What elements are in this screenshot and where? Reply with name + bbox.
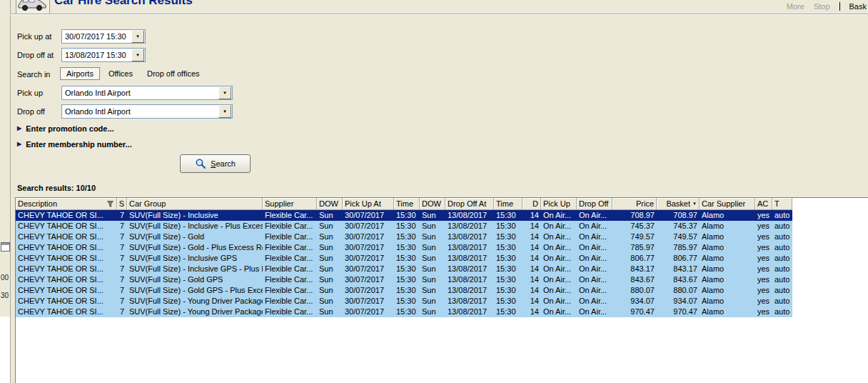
- result-row[interactable]: CHEVY TAHOE OR SI...7SUV(Full Size) - In…: [16, 210, 792, 221]
- result-cell: 15:30: [394, 210, 420, 221]
- membership-number-label: Enter membership number...: [26, 140, 132, 149]
- column-header[interactable]: Basket▼: [657, 198, 700, 210]
- column-header-label: Pick Up At: [345, 199, 381, 208]
- result-row[interactable]: CHEVY TAHOE OR SI...7SUV(Full Size) - In…: [16, 253, 792, 264]
- result-cell: 14: [523, 253, 541, 264]
- promo-expander-icon: ▶: [17, 125, 21, 132]
- dropoff-at-combobox[interactable]: 13/08/2017 15:30 ▼: [61, 48, 146, 62]
- column-header[interactable]: Time: [494, 198, 523, 210]
- result-row[interactable]: CHEVY TAHOE OR SI...7SUV(Full Size) - Yo…: [16, 296, 792, 307]
- chevron-down-icon[interactable]: ▼: [131, 30, 144, 43]
- result-cell: Sun: [317, 285, 343, 296]
- result-cell: 785.97: [657, 242, 700, 253]
- result-cell: On Air...: [541, 296, 577, 307]
- result-cell: 15:30: [394, 285, 420, 296]
- result-row[interactable]: CHEVY TAHOE OR SI...7SUV(Full Size) - Go…: [16, 274, 792, 285]
- pickup-at-value: 30/07/2017 15:30: [62, 31, 131, 43]
- result-cell: yes: [755, 232, 772, 242]
- search-button[interactable]: Search: [180, 154, 251, 173]
- column-header[interactable]: Pick Up: [541, 198, 577, 210]
- toolbar-more-button[interactable]: More: [787, 2, 804, 11]
- tab-airports[interactable]: Airports: [60, 67, 100, 80]
- pickup-location-combobox[interactable]: Orlando Intl Airport ▼: [61, 86, 233, 100]
- column-header[interactable]: Price: [612, 198, 657, 210]
- result-cell: Flexible Car...: [263, 285, 317, 296]
- column-header[interactable]: DOW: [420, 198, 445, 210]
- result-cell: 13/08/2017: [445, 264, 494, 274]
- column-header[interactable]: Drop Off At: [445, 198, 494, 210]
- result-cell: 14: [523, 307, 541, 317]
- result-cell: 749.57: [657, 232, 700, 242]
- fragment-time-label: 30: [1, 292, 9, 299]
- column-header[interactable]: S: [117, 198, 127, 210]
- column-header[interactable]: T: [772, 198, 792, 210]
- toolbar-stop-button[interactable]: Stop: [814, 2, 830, 11]
- result-cell: 15:30: [494, 264, 523, 274]
- column-header[interactable]: Supplier: [263, 198, 317, 210]
- car-icon-image: [16, 0, 48, 12]
- column-header-label: Time: [396, 199, 413, 208]
- result-cell: yes: [755, 285, 772, 296]
- result-cell: 7: [117, 221, 127, 232]
- result-cell: Sun: [420, 210, 445, 221]
- filter-icon[interactable]: [106, 200, 114, 208]
- result-row[interactable]: CHEVY TAHOE OR SI...7SUV(Full Size) - Go…: [16, 232, 792, 242]
- result-row[interactable]: CHEVY TAHOE OR SI...7SUV(Full Size) - In…: [16, 264, 792, 274]
- result-row[interactable]: CHEVY TAHOE OR SI...7SUV(Full Size) - Yo…: [16, 307, 792, 317]
- result-cell: 15:30: [394, 242, 420, 253]
- column-header[interactable]: Pick Up At: [343, 198, 394, 210]
- result-cell: On Air...: [577, 264, 612, 274]
- search-button-label: Search: [211, 159, 236, 168]
- result-cell: 13/08/2017: [445, 221, 494, 232]
- result-cell: CHEVY TAHOE OR SI...: [16, 210, 117, 221]
- tab-offices[interactable]: Offices: [103, 67, 138, 80]
- result-cell: On Air...: [577, 285, 612, 296]
- results-listview: DescriptionSCar GroupSupplierDOWPick Up …: [15, 197, 868, 383]
- result-cell: 843.17: [612, 264, 657, 274]
- result-cell: Flexible Car...: [263, 296, 317, 307]
- promotion-code-expander[interactable]: ▶ Enter promotion code...: [17, 124, 114, 133]
- header-divider: [10, 14, 868, 15]
- result-cell: CHEVY TAHOE OR SI...: [16, 307, 117, 317]
- result-row[interactable]: CHEVY TAHOE OR SI...7SUV(Full Size) - Go…: [16, 242, 792, 253]
- result-cell: 15:30: [494, 242, 523, 253]
- result-cell: yes: [755, 253, 772, 264]
- result-cell: SUV(Full Size) - Gold: [127, 232, 263, 242]
- screen: 00 30 Car Hire Search Results More Stop …: [0, 0, 868, 383]
- result-cell: Sun: [317, 210, 343, 221]
- pickup-at-combobox[interactable]: 30/07/2017 15:30 ▼: [61, 29, 146, 44]
- column-header[interactable]: AC: [755, 198, 772, 210]
- column-header[interactable]: Drop Off: [577, 198, 612, 210]
- column-header-label: Time: [496, 199, 513, 208]
- column-header[interactable]: Car Group: [127, 198, 263, 210]
- chevron-down-icon[interactable]: ▼: [218, 105, 231, 118]
- result-cell: Sun: [317, 296, 343, 307]
- column-header-label: Supplier: [265, 199, 293, 208]
- result-cell: 15:30: [494, 210, 523, 221]
- result-cell: 806.77: [657, 253, 700, 264]
- tab-drop-off-offices[interactable]: Drop off offices: [141, 67, 206, 80]
- membership-number-expander[interactable]: ▶ Enter membership number...: [17, 140, 132, 149]
- result-row[interactable]: CHEVY TAHOE OR SI...7SUV(Full Size) - Go…: [16, 285, 792, 296]
- column-header[interactable]: Time: [394, 198, 420, 210]
- column-header[interactable]: Description: [16, 198, 117, 210]
- result-row[interactable]: CHEVY TAHOE OR SI...7SUV(Full Size) - In…: [16, 221, 792, 232]
- result-cell: SUV(Full Size) - Inclusive GPS: [127, 253, 263, 264]
- result-cell: SUV(Full Size) - Gold GPS - Plus Exces..…: [127, 285, 263, 296]
- toolbar-basket-button[interactable]: Bask: [849, 2, 867, 11]
- column-header[interactable]: D: [523, 198, 541, 210]
- chevron-down-icon[interactable]: ▼: [131, 49, 144, 61]
- chevron-down-icon[interactable]: ▼: [218, 86, 231, 99]
- result-cell: 7: [117, 296, 127, 307]
- result-cell: Sun: [420, 253, 445, 264]
- result-cell: 13/08/2017: [445, 253, 494, 264]
- dropoff-location-combobox[interactable]: Orlando Intl Airport ▼: [61, 104, 233, 119]
- result-cell: 880.07: [612, 285, 657, 296]
- result-cell: Sun: [317, 274, 343, 285]
- result-cell: Alamo: [700, 264, 755, 274]
- search-in-tabs: Airports Offices Drop off offices: [60, 67, 206, 80]
- result-cell: 7: [117, 242, 127, 253]
- result-cell: SUV(Full Size) - Young Driver Package...: [127, 296, 263, 307]
- column-header[interactable]: DOW: [317, 198, 343, 210]
- column-header[interactable]: Car Supplier: [700, 198, 755, 210]
